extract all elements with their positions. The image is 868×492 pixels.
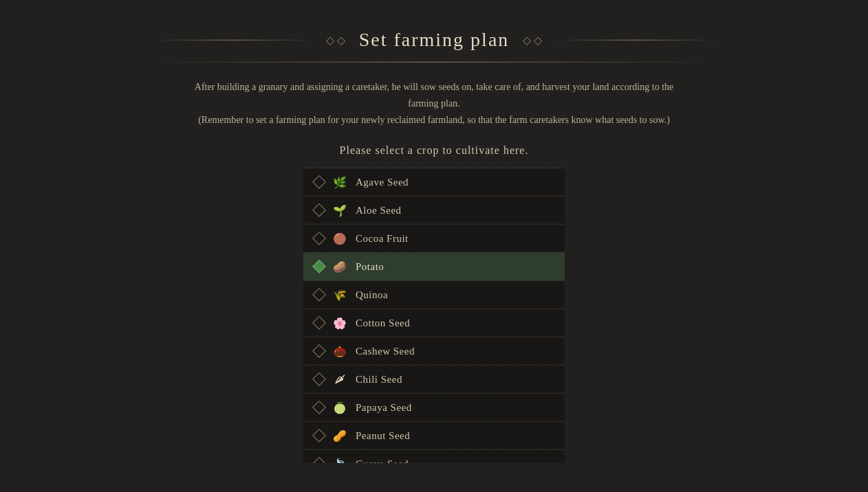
crop-name-cotton: Cotton Seed [356, 317, 410, 329]
crop-name-quinoa: Quinoa [356, 289, 388, 301]
description-line1: After building a granary and assigning a… [180, 79, 688, 112]
crop-name-cocoa: Cocoa Fruit [356, 233, 409, 245]
crop-checkbox-papaya [312, 401, 326, 414]
crop-icon-potato: 🥔 [332, 259, 347, 274]
crop-item-guava[interactable]: 🍃Guava Seed [303, 450, 565, 463]
description-section: After building a granary and assigning a… [152, 79, 716, 128]
crop-name-aloe: Aloe Seed [356, 205, 402, 216]
crop-checkbox-cashew [312, 344, 326, 358]
crop-checkbox-guava [312, 457, 326, 463]
crop-item-cashew[interactable]: 🌰Cashew Seed [303, 337, 565, 366]
crop-checkbox-peanut [312, 429, 326, 443]
crop-item-cocoa[interactable]: 🟤Cocoa Fruit [303, 225, 565, 253]
header-line-left [152, 39, 312, 40]
crop-icon-quinoa: 🌾 [332, 287, 347, 302]
crop-item-chili[interactable]: 🌶Chili Seed [303, 366, 565, 394]
crop-item-peanut[interactable]: 🥜Peanut Seed [303, 422, 565, 450]
crop-checkbox-cotton [312, 316, 326, 330]
crop-icon-cocoa: 🟤 [332, 231, 347, 246]
crop-icon-chili: 🌶 [332, 372, 347, 387]
crop-name-papaya: Papaya Seed [356, 402, 412, 414]
crop-item-potato[interactable]: 🥔Potato [303, 253, 565, 281]
crop-name-chili: Chili Seed [356, 374, 402, 385]
crop-checkbox-agave [312, 175, 326, 189]
crop-icon-agave: 🌿 [332, 175, 347, 190]
crop-icon-guava: 🍃 [332, 456, 347, 463]
crop-item-aloe[interactable]: 🌱Aloe Seed [303, 197, 565, 225]
header-divider [152, 62, 716, 63]
header-line-right [556, 39, 716, 40]
crop-checkbox-aloe [312, 203, 326, 217]
crop-list-container[interactable]: 🌿Agave Seed🌱Aloe Seed🟤Cocoa Fruit🥔Potato… [303, 168, 565, 463]
crop-name-potato: Potato [356, 261, 384, 273]
crop-checkbox-quinoa [312, 288, 326, 302]
crop-item-papaya[interactable]: 🍈Papaya Seed [303, 394, 565, 422]
crop-checkbox-potato [312, 260, 326, 273]
description-line2: (Remember to set a farming plan for your… [180, 111, 688, 128]
crop-name-guava: Guava Seed [356, 458, 409, 464]
crop-checkbox-chili [312, 372, 326, 386]
modal-header: ◇ ◇ Set farming plan ◇ ◇ [152, 29, 716, 56]
crop-name-cashew: Cashew Seed [356, 346, 415, 357]
crop-icon-cashew: 🌰 [332, 344, 347, 359]
crop-name-agave: Agave Seed [356, 177, 409, 188]
crop-item-cotton[interactable]: 🌸Cotton Seed [303, 309, 565, 337]
crop-icon-aloe: 🌱 [332, 203, 347, 218]
select-prompt: Please select a crop to cultivate here. [152, 144, 716, 157]
crop-item-quinoa[interactable]: 🌾Quinoa [303, 281, 565, 309]
crop-name-peanut: Peanut Seed [356, 430, 410, 442]
crop-checkbox-cocoa [312, 232, 326, 245]
modal-title: Set farming plan [359, 29, 510, 51]
crop-icon-papaya: 🍈 [332, 400, 347, 415]
ornament-left: ◇ ◇ [326, 33, 345, 46]
farming-plan-modal: ◇ ◇ Set farming plan ◇ ◇ After building … [152, 29, 716, 463]
crop-list-wrapper: 🌿Agave Seed🌱Aloe Seed🟤Cocoa Fruit🥔Potato… [152, 168, 716, 463]
crop-icon-cotton: 🌸 [332, 315, 347, 331]
crop-icon-peanut: 🥜 [332, 428, 347, 443]
ornament-right: ◇ ◇ [523, 33, 542, 46]
crop-item-agave[interactable]: 🌿Agave Seed [303, 168, 565, 197]
